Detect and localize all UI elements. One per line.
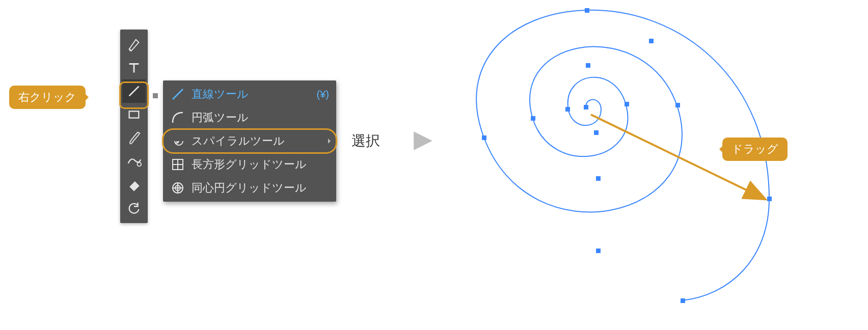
rectangle-tool-icon <box>126 107 142 122</box>
svg-rect-18 <box>531 116 535 121</box>
rotate-tool-icon <box>126 201 142 216</box>
svg-line-4 <box>173 89 183 99</box>
flyout-anchor-square <box>153 93 158 98</box>
submenu-indicator-icon <box>328 139 333 144</box>
line-segment-tool[interactable] <box>122 79 146 103</box>
flyout-item-shortcut: (¥) <box>317 89 329 100</box>
svg-rect-14 <box>565 107 570 112</box>
svg-rect-15 <box>594 130 599 135</box>
svg-rect-24 <box>649 39 654 43</box>
tools-panel <box>120 30 148 223</box>
flyout-item-label: 円弧ツール <box>192 110 249 125</box>
flyout-item-label: 同心円グリッドツール <box>192 180 307 196</box>
svg-point-3 <box>138 162 142 167</box>
eraser-tool[interactable] <box>122 173 146 197</box>
paintbrush-tool-icon <box>126 130 142 146</box>
rect-grid-icon <box>170 157 185 172</box>
pen-tool-icon <box>126 37 142 52</box>
polar-grid-icon <box>170 180 185 196</box>
select-label: 選択 <box>351 131 380 151</box>
svg-rect-17 <box>586 63 590 68</box>
spiral-canvas[interactable] <box>443 5 800 321</box>
svg-rect-20 <box>675 103 680 107</box>
right-click-callout: 右クリック <box>9 86 86 109</box>
rotate-tool[interactable] <box>122 197 146 220</box>
svg-rect-2 <box>129 111 139 118</box>
svg-point-0 <box>129 49 131 51</box>
shaper-tool[interactable] <box>122 150 146 173</box>
flyout-rect-grid-tool[interactable]: 長方形グリッドツール <box>163 153 336 176</box>
spiral-drawing <box>443 5 800 321</box>
rectangle-tool[interactable] <box>122 103 146 126</box>
svg-rect-16 <box>625 102 629 106</box>
flyout-spiral-tool[interactable]: スパイラルツール <box>163 129 336 153</box>
svg-rect-23 <box>596 249 601 253</box>
line-tool-flyout: 直線ツール (¥) 円弧ツール スパイラルツール 長方形グリッドツール 同心円グ… <box>163 80 336 202</box>
flyout-item-label: スパイラルツール <box>192 133 285 149</box>
flyout-arc-tool[interactable]: 円弧ツール <box>163 106 336 129</box>
flyout-polar-grid-tool[interactable]: 同心円グリッドツール <box>163 176 336 200</box>
arc-icon <box>170 110 185 125</box>
drag-callout: ドラッグ <box>722 138 788 161</box>
svg-rect-22 <box>482 135 486 140</box>
eraser-tool-icon <box>126 177 142 193</box>
pen-tool[interactable] <box>122 33 146 56</box>
type-tool[interactable] <box>122 56 146 79</box>
paintbrush-tool[interactable] <box>122 126 146 150</box>
spiral-icon <box>170 133 185 149</box>
svg-rect-19 <box>596 176 601 181</box>
svg-line-1 <box>129 87 139 96</box>
svg-rect-13 <box>584 105 588 109</box>
type-tool-icon <box>126 60 142 75</box>
svg-rect-21 <box>585 8 589 13</box>
arrow-right-icon: ▶ <box>414 124 432 153</box>
shaper-tool-icon <box>126 154 142 169</box>
flyout-item-label: 直線ツール <box>192 87 249 102</box>
svg-rect-25 <box>767 197 772 201</box>
line-segment-tool-icon <box>126 84 142 99</box>
line-icon <box>170 87 185 102</box>
svg-rect-26 <box>681 298 685 303</box>
flyout-line-tool[interactable]: 直線ツール (¥) <box>163 82 336 106</box>
flyout-item-label: 長方形グリッドツール <box>192 157 307 172</box>
